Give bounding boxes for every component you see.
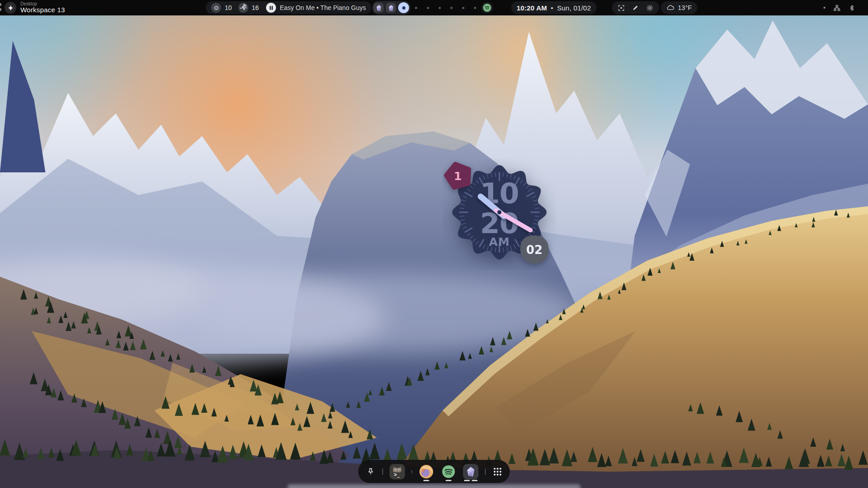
dock-divider bbox=[485, 468, 486, 475]
dock-firefox[interactable] bbox=[418, 460, 434, 483]
app-grid-icon bbox=[493, 467, 503, 477]
clock-pivot bbox=[498, 210, 502, 215]
edge-indicator-tick bbox=[0, 8, 1, 11]
firefox-icon bbox=[419, 464, 434, 479]
now-playing-label[interactable]: Easy On Me • The Piano Guys bbox=[280, 4, 366, 11]
workspace-window-obsidian[interactable] bbox=[374, 3, 384, 13]
clock-hour-digits: 10 bbox=[480, 177, 519, 210]
bar-time: 10:20 AM bbox=[517, 4, 547, 12]
dock-divider-small bbox=[411, 470, 412, 473]
obsidian-icon bbox=[375, 5, 382, 11]
screenshot-icon[interactable] bbox=[617, 4, 625, 12]
bluetooth-icon[interactable] bbox=[848, 4, 855, 12]
cpu-value: 10 bbox=[225, 4, 232, 11]
dock: >_ bbox=[358, 460, 510, 483]
clock-widget[interactable]: 10 20 AM 1 02 bbox=[443, 159, 556, 270]
workspace-window-obsidian[interactable] bbox=[386, 3, 396, 13]
cpu-button[interactable] bbox=[211, 3, 221, 13]
system-tray bbox=[824, 0, 856, 15]
dock-app-grid-button[interactable] bbox=[492, 460, 503, 483]
dock-obsidian[interactable] bbox=[463, 460, 479, 483]
svg-text:>_: >_ bbox=[394, 472, 399, 477]
bar-date: Sun, 01/02 bbox=[557, 4, 591, 12]
workspace-windows-pill bbox=[372, 1, 410, 15]
pin-icon bbox=[366, 467, 375, 476]
memory-value: 16 bbox=[252, 4, 259, 11]
workspace-switcher bbox=[372, 1, 493, 14]
memory-button[interactable] bbox=[238, 3, 248, 13]
weather-pill[interactable]: 13°F bbox=[661, 1, 697, 14]
spotify-icon bbox=[483, 3, 492, 12]
cloud-icon bbox=[666, 4, 675, 12]
status-dot bbox=[824, 7, 826, 9]
workspace-dot[interactable] bbox=[439, 7, 441, 9]
media-play-pause-button[interactable] bbox=[266, 3, 276, 13]
spotify-icon bbox=[441, 464, 456, 479]
stats-media-pill: 10 16 Easy On Me • The Piano Guys bbox=[206, 1, 371, 14]
obsidian-icon bbox=[388, 5, 395, 11]
edge-indicator-tick bbox=[0, 3, 1, 6]
workspace-dot[interactable] bbox=[450, 7, 453, 9]
workspace-dot[interactable] bbox=[415, 7, 417, 9]
bottom-edge-highlight bbox=[287, 484, 581, 488]
obsidian-icon bbox=[463, 464, 478, 479]
dock-spotify[interactable] bbox=[440, 460, 457, 483]
dock-divider bbox=[382, 468, 383, 475]
chip-icon bbox=[213, 5, 220, 11]
sparkle-icon bbox=[7, 5, 14, 11]
temperature-label: 13°F bbox=[678, 4, 692, 11]
dock-pin-button[interactable] bbox=[365, 460, 376, 483]
month-badge-value: 1 bbox=[454, 170, 462, 183]
active-workspace-dot bbox=[402, 6, 405, 10]
dock-kitty-terminal[interactable]: >_ bbox=[389, 460, 405, 483]
quick-tools-pill bbox=[612, 1, 659, 14]
pause-icon bbox=[269, 5, 274, 10]
kitty-terminal-icon: >_ bbox=[390, 464, 405, 479]
top-bar: Desktop Workspace 13 10 16 bbox=[0, 0, 868, 15]
brightness-icon[interactable] bbox=[646, 4, 654, 12]
clock-meridiem: AM bbox=[489, 235, 510, 249]
color-picker-icon[interactable] bbox=[632, 4, 639, 11]
activity-icon bbox=[238, 3, 248, 13]
workspace-indicator[interactable]: Desktop Workspace 13 bbox=[5, 1, 65, 14]
network-icon[interactable] bbox=[833, 4, 841, 12]
workspace-dot[interactable] bbox=[427, 7, 429, 9]
workspace-dot[interactable] bbox=[474, 7, 476, 9]
month-badge[interactable]: 1 bbox=[446, 164, 469, 187]
clock-date-pill[interactable]: 10:20 AM • Sun, 01/02 bbox=[511, 1, 597, 14]
wallpaper-mountain-scene bbox=[0, 0, 868, 488]
bar-bullet: • bbox=[551, 4, 553, 12]
workspace-title: Workspace 13 bbox=[20, 6, 65, 14]
active-workspace-indicator[interactable] bbox=[398, 2, 409, 13]
day-badge-value: 02 bbox=[526, 243, 542, 257]
day-badge[interactable]: 02 bbox=[520, 235, 549, 264]
launcher-button[interactable] bbox=[5, 2, 16, 14]
spotify-tray-button[interactable] bbox=[482, 2, 493, 13]
workspace-dots bbox=[415, 7, 476, 9]
workspace-dot[interactable] bbox=[462, 7, 464, 9]
